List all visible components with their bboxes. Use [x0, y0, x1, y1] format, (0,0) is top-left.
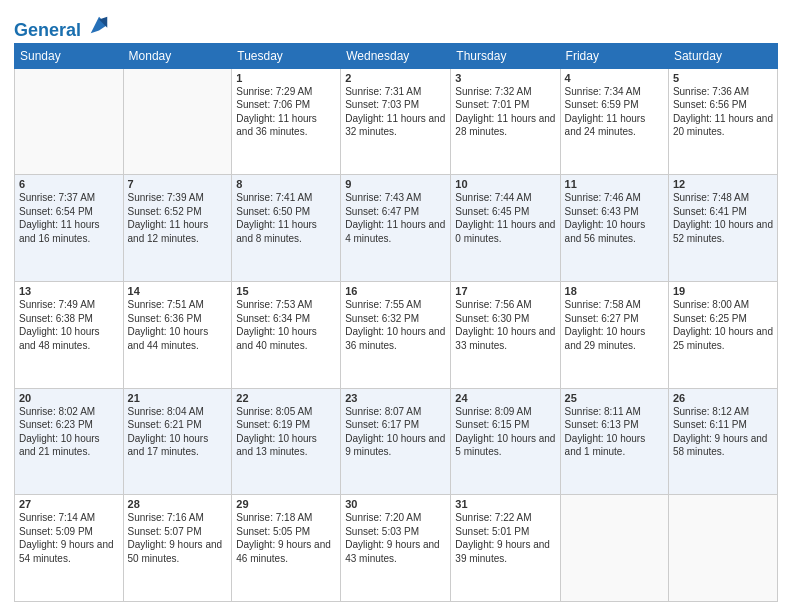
- day-number: 3: [455, 72, 555, 84]
- calendar-cell: [668, 495, 777, 602]
- calendar-cell: 24Sunrise: 8:09 AM Sunset: 6:15 PM Dayli…: [451, 388, 560, 495]
- calendar-week-2: 6Sunrise: 7:37 AM Sunset: 6:54 PM Daylig…: [15, 175, 778, 282]
- day-info: Sunrise: 7:22 AM Sunset: 5:01 PM Dayligh…: [455, 511, 555, 565]
- day-number: 25: [565, 392, 664, 404]
- day-info: Sunrise: 7:48 AM Sunset: 6:41 PM Dayligh…: [673, 191, 773, 245]
- calendar-header-row: SundayMondayTuesdayWednesdayThursdayFrid…: [15, 43, 778, 68]
- calendar-cell: 13Sunrise: 7:49 AM Sunset: 6:38 PM Dayli…: [15, 282, 124, 389]
- calendar-cell: 18Sunrise: 7:58 AM Sunset: 6:27 PM Dayli…: [560, 282, 668, 389]
- calendar-cell: 14Sunrise: 7:51 AM Sunset: 6:36 PM Dayli…: [123, 282, 232, 389]
- day-info: Sunrise: 7:36 AM Sunset: 6:56 PM Dayligh…: [673, 85, 773, 139]
- day-number: 29: [236, 498, 336, 510]
- weekday-header-sunday: Sunday: [15, 43, 124, 68]
- day-info: Sunrise: 7:44 AM Sunset: 6:45 PM Dayligh…: [455, 191, 555, 245]
- calendar-cell: 25Sunrise: 8:11 AM Sunset: 6:13 PM Dayli…: [560, 388, 668, 495]
- day-info: Sunrise: 7:31 AM Sunset: 7:03 PM Dayligh…: [345, 85, 446, 139]
- calendar-cell: 9Sunrise: 7:43 AM Sunset: 6:47 PM Daylig…: [341, 175, 451, 282]
- day-number: 15: [236, 285, 336, 297]
- calendar-cell: 22Sunrise: 8:05 AM Sunset: 6:19 PM Dayli…: [232, 388, 341, 495]
- calendar-cell: 20Sunrise: 8:02 AM Sunset: 6:23 PM Dayli…: [15, 388, 124, 495]
- calendar-cell: 31Sunrise: 7:22 AM Sunset: 5:01 PM Dayli…: [451, 495, 560, 602]
- calendar-week-3: 13Sunrise: 7:49 AM Sunset: 6:38 PM Dayli…: [15, 282, 778, 389]
- calendar-cell: 19Sunrise: 8:00 AM Sunset: 6:25 PM Dayli…: [668, 282, 777, 389]
- calendar-cell: 23Sunrise: 8:07 AM Sunset: 6:17 PM Dayli…: [341, 388, 451, 495]
- day-number: 28: [128, 498, 228, 510]
- day-info: Sunrise: 8:11 AM Sunset: 6:13 PM Dayligh…: [565, 405, 664, 459]
- calendar-cell: [15, 68, 124, 175]
- day-info: Sunrise: 7:56 AM Sunset: 6:30 PM Dayligh…: [455, 298, 555, 352]
- day-number: 13: [19, 285, 119, 297]
- day-number: 16: [345, 285, 446, 297]
- weekday-header-wednesday: Wednesday: [341, 43, 451, 68]
- day-info: Sunrise: 7:18 AM Sunset: 5:05 PM Dayligh…: [236, 511, 336, 565]
- day-number: 27: [19, 498, 119, 510]
- day-info: Sunrise: 7:34 AM Sunset: 6:59 PM Dayligh…: [565, 85, 664, 139]
- page: General SundayMondayTuesdayWednesdayThur…: [0, 0, 792, 612]
- day-info: Sunrise: 7:43 AM Sunset: 6:47 PM Dayligh…: [345, 191, 446, 245]
- calendar-table: SundayMondayTuesdayWednesdayThursdayFrid…: [14, 43, 778, 602]
- calendar-cell: 6Sunrise: 7:37 AM Sunset: 6:54 PM Daylig…: [15, 175, 124, 282]
- calendar-cell: 7Sunrise: 7:39 AM Sunset: 6:52 PM Daylig…: [123, 175, 232, 282]
- day-info: Sunrise: 7:55 AM Sunset: 6:32 PM Dayligh…: [345, 298, 446, 352]
- calendar-cell: [123, 68, 232, 175]
- day-number: 30: [345, 498, 446, 510]
- weekday-header-monday: Monday: [123, 43, 232, 68]
- day-number: 6: [19, 178, 119, 190]
- day-info: Sunrise: 7:58 AM Sunset: 6:27 PM Dayligh…: [565, 298, 664, 352]
- day-info: Sunrise: 7:32 AM Sunset: 7:01 PM Dayligh…: [455, 85, 555, 139]
- calendar-cell: 17Sunrise: 7:56 AM Sunset: 6:30 PM Dayli…: [451, 282, 560, 389]
- calendar-cell: 3Sunrise: 7:32 AM Sunset: 7:01 PM Daylig…: [451, 68, 560, 175]
- calendar-cell: 11Sunrise: 7:46 AM Sunset: 6:43 PM Dayli…: [560, 175, 668, 282]
- weekday-header-thursday: Thursday: [451, 43, 560, 68]
- day-info: Sunrise: 7:46 AM Sunset: 6:43 PM Dayligh…: [565, 191, 664, 245]
- day-info: Sunrise: 7:14 AM Sunset: 5:09 PM Dayligh…: [19, 511, 119, 565]
- calendar-cell: 15Sunrise: 7:53 AM Sunset: 6:34 PM Dayli…: [232, 282, 341, 389]
- day-number: 31: [455, 498, 555, 510]
- day-info: Sunrise: 7:37 AM Sunset: 6:54 PM Dayligh…: [19, 191, 119, 245]
- day-number: 9: [345, 178, 446, 190]
- calendar-cell: 29Sunrise: 7:18 AM Sunset: 5:05 PM Dayli…: [232, 495, 341, 602]
- calendar-cell: 28Sunrise: 7:16 AM Sunset: 5:07 PM Dayli…: [123, 495, 232, 602]
- weekday-header-friday: Friday: [560, 43, 668, 68]
- day-info: Sunrise: 8:04 AM Sunset: 6:21 PM Dayligh…: [128, 405, 228, 459]
- day-info: Sunrise: 8:00 AM Sunset: 6:25 PM Dayligh…: [673, 298, 773, 352]
- day-number: 22: [236, 392, 336, 404]
- calendar-cell: 30Sunrise: 7:20 AM Sunset: 5:03 PM Dayli…: [341, 495, 451, 602]
- logo-text: General: [14, 14, 110, 41]
- day-number: 20: [19, 392, 119, 404]
- day-info: Sunrise: 7:41 AM Sunset: 6:50 PM Dayligh…: [236, 191, 336, 245]
- day-info: Sunrise: 8:07 AM Sunset: 6:17 PM Dayligh…: [345, 405, 446, 459]
- logo-icon: [88, 14, 110, 36]
- day-number: 4: [565, 72, 664, 84]
- day-number: 2: [345, 72, 446, 84]
- calendar-cell: 5Sunrise: 7:36 AM Sunset: 6:56 PM Daylig…: [668, 68, 777, 175]
- day-info: Sunrise: 7:16 AM Sunset: 5:07 PM Dayligh…: [128, 511, 228, 565]
- weekday-header-tuesday: Tuesday: [232, 43, 341, 68]
- day-number: 5: [673, 72, 773, 84]
- day-number: 10: [455, 178, 555, 190]
- day-number: 19: [673, 285, 773, 297]
- day-number: 7: [128, 178, 228, 190]
- day-info: Sunrise: 7:29 AM Sunset: 7:06 PM Dayligh…: [236, 85, 336, 139]
- day-number: 17: [455, 285, 555, 297]
- day-number: 18: [565, 285, 664, 297]
- calendar-cell: 26Sunrise: 8:12 AM Sunset: 6:11 PM Dayli…: [668, 388, 777, 495]
- calendar-cell: 8Sunrise: 7:41 AM Sunset: 6:50 PM Daylig…: [232, 175, 341, 282]
- calendar-cell: 10Sunrise: 7:44 AM Sunset: 6:45 PM Dayli…: [451, 175, 560, 282]
- day-number: 24: [455, 392, 555, 404]
- day-info: Sunrise: 8:12 AM Sunset: 6:11 PM Dayligh…: [673, 405, 773, 459]
- weekday-header-saturday: Saturday: [668, 43, 777, 68]
- day-number: 14: [128, 285, 228, 297]
- calendar-week-5: 27Sunrise: 7:14 AM Sunset: 5:09 PM Dayli…: [15, 495, 778, 602]
- day-info: Sunrise: 7:39 AM Sunset: 6:52 PM Dayligh…: [128, 191, 228, 245]
- calendar-cell: 16Sunrise: 7:55 AM Sunset: 6:32 PM Dayli…: [341, 282, 451, 389]
- day-info: Sunrise: 7:51 AM Sunset: 6:36 PM Dayligh…: [128, 298, 228, 352]
- day-number: 21: [128, 392, 228, 404]
- calendar-cell: 2Sunrise: 7:31 AM Sunset: 7:03 PM Daylig…: [341, 68, 451, 175]
- day-number: 23: [345, 392, 446, 404]
- calendar-week-1: 1Sunrise: 7:29 AM Sunset: 7:06 PM Daylig…: [15, 68, 778, 175]
- day-info: Sunrise: 7:20 AM Sunset: 5:03 PM Dayligh…: [345, 511, 446, 565]
- day-info: Sunrise: 7:49 AM Sunset: 6:38 PM Dayligh…: [19, 298, 119, 352]
- day-info: Sunrise: 8:02 AM Sunset: 6:23 PM Dayligh…: [19, 405, 119, 459]
- day-info: Sunrise: 8:05 AM Sunset: 6:19 PM Dayligh…: [236, 405, 336, 459]
